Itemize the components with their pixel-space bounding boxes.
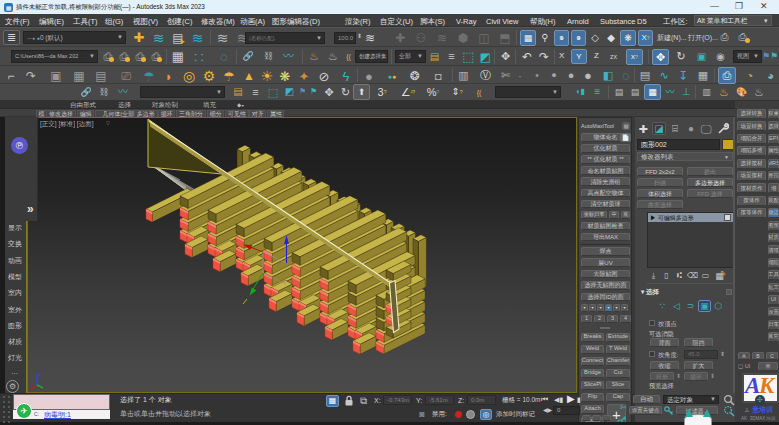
svg-text:z: z [39, 371, 42, 377]
